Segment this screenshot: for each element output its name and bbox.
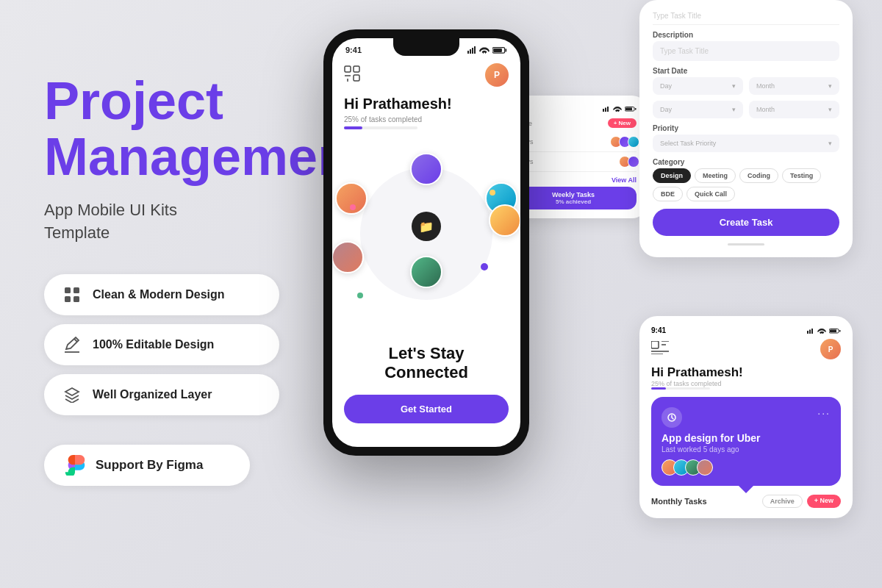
create-task-button[interactable]: Create Task xyxy=(653,209,839,236)
priority-field: Priority Select Task Priority ▾ xyxy=(653,124,839,152)
get-started-button[interactable]: Get Started xyxy=(344,395,509,423)
dash-header-left xyxy=(651,341,669,357)
category-chip-bde[interactable]: BDE xyxy=(653,187,683,201)
description-label: Description xyxy=(653,31,839,39)
monthly-tasks-label: Monthly Tasks xyxy=(651,497,707,506)
dash-header: P xyxy=(651,339,841,359)
category-chips: Design Meeting Coding Testing BDE Quick … xyxy=(653,168,839,201)
project-menu-dots[interactable]: ··· xyxy=(817,407,831,419)
dot-3 xyxy=(481,263,488,270)
monthly-actions: Archive + New xyxy=(762,495,841,508)
phone-frame: 9:41 xyxy=(323,29,529,456)
chevron-down-icon-5: ▾ xyxy=(828,140,832,147)
start-month-select[interactable]: Month ▾ xyxy=(749,77,839,95)
progress-fill xyxy=(344,126,362,129)
tiny-avatar-3 xyxy=(628,136,639,148)
feature-label-organized: Well Organized Layer xyxy=(93,388,212,401)
phone-content: P Hi Prathamesh! 25% of tasks completed xyxy=(332,57,520,146)
figma-label: Support By Figma xyxy=(96,458,203,473)
person-avatar-4 xyxy=(332,241,364,273)
svg-rect-29 xyxy=(651,341,659,348)
dot-4 xyxy=(357,293,363,298)
task-title-input-area: Type Task Title xyxy=(653,12,839,25)
feature-badge-clean: Clean & Modern Design xyxy=(44,274,279,315)
svg-rect-28 xyxy=(839,330,841,332)
phone-header: P xyxy=(344,63,509,87)
feature-label-clean: Clean & Modern Design xyxy=(93,288,225,301)
chevron-down-icon-4: ▾ xyxy=(828,106,832,113)
category-section: Category Design Meeting Coding Testing B… xyxy=(653,158,839,201)
phone-notch xyxy=(393,38,459,56)
lets-stay-title: Let's Stay Connected xyxy=(340,344,513,383)
priority-select[interactable]: Select Task Priority ▾ xyxy=(653,135,839,152)
end-day-placeholder: Day xyxy=(660,106,672,113)
figma-badge: Support By Figma xyxy=(44,445,250,486)
dash-status-time: 9:41 xyxy=(651,326,666,334)
dash-progress-bar xyxy=(651,387,710,390)
monthly-tasks-row: Monthly Tasks Archive + New xyxy=(651,495,841,508)
progress-bar xyxy=(344,126,417,129)
feature-badges: Clean & Modern Design 100% Editable Desi… xyxy=(44,274,353,415)
feature-label-editable: 100% Editable Design xyxy=(93,338,214,351)
subtitle-line1: App Mobile UI Kits xyxy=(44,201,177,219)
svg-rect-11 xyxy=(506,49,507,51)
greeting: Hi Prathamesh! xyxy=(344,96,509,112)
svg-rect-19 xyxy=(607,107,609,112)
archive-button[interactable]: Archive xyxy=(762,495,803,508)
category-label: Category xyxy=(653,158,839,166)
svg-rect-10 xyxy=(493,49,502,52)
progress-text: 25% of tasks completed xyxy=(344,115,509,123)
category-chip-design[interactable]: Design xyxy=(653,168,691,183)
svg-rect-5 xyxy=(467,51,469,54)
svg-rect-12 xyxy=(345,66,351,72)
svg-rect-16 xyxy=(354,75,359,81)
new-button[interactable]: + New xyxy=(807,495,841,508)
svg-rect-25 xyxy=(811,329,813,334)
task-avatars-1 xyxy=(610,136,637,148)
start-day-select[interactable]: Day ▾ xyxy=(653,77,743,95)
chevron-down-icon-2: ▾ xyxy=(828,82,832,90)
weekly-sub-label: 5% achieved xyxy=(517,198,629,205)
svg-rect-6 xyxy=(470,49,471,54)
person-avatar-1 xyxy=(410,153,442,185)
svg-rect-0 xyxy=(65,287,71,293)
svg-rect-17 xyxy=(603,109,604,112)
title-line1: Project xyxy=(44,71,223,130)
center-phone: 9:41 xyxy=(323,29,529,456)
subtitle-line2: Template xyxy=(44,223,110,242)
category-chip-quickcall[interactable]: Quick Call xyxy=(686,187,735,201)
category-chip-meeting[interactable]: Meeting xyxy=(695,168,736,183)
project-avatar-4 xyxy=(697,459,713,476)
end-date-field: Day ▾ Month ▾ xyxy=(653,101,839,118)
new-pill[interactable]: + New xyxy=(608,118,637,128)
dot-1 xyxy=(350,204,356,210)
chevron-down-icon-3: ▾ xyxy=(732,106,736,113)
edit-icon xyxy=(62,334,82,355)
svg-rect-8 xyxy=(474,46,476,54)
phone-screen: 9:41 xyxy=(332,38,520,447)
status-time: 9:41 xyxy=(345,46,362,54)
end-month-select[interactable]: Month ▾ xyxy=(749,101,839,118)
person-avatar-5 xyxy=(410,256,442,288)
dash-progress-text: 25% of tasks completed xyxy=(651,380,841,387)
app-grid-icon xyxy=(344,65,360,85)
project-avatars xyxy=(662,459,831,476)
category-chip-coding[interactable]: Coding xyxy=(739,168,778,183)
end-day-select[interactable]: Day ▾ xyxy=(653,101,743,118)
stay-connected: Let's Stay Connected xyxy=(332,337,520,387)
description-input[interactable]: Type Task Title xyxy=(653,41,839,61)
priority-label: Priority xyxy=(653,124,839,132)
svg-rect-2 xyxy=(65,296,71,302)
feature-badge-organized: Well Organized Layer xyxy=(44,374,279,415)
dashboard-card: 9:41 P Hi Prathamesh! 25% of tasks compl… xyxy=(639,316,853,518)
start-date-row: Day ▾ Month ▾ xyxy=(653,77,839,95)
task-title-placeholder: Type Task Title xyxy=(653,12,701,20)
svg-rect-22 xyxy=(635,108,637,110)
category-chip-testing[interactable]: Testing xyxy=(782,168,821,183)
chevron-down-icon: ▾ xyxy=(732,82,736,90)
start-date-label: Start Date xyxy=(653,67,839,75)
svg-rect-23 xyxy=(807,331,808,334)
svg-rect-13 xyxy=(354,66,359,72)
project-icon xyxy=(662,407,682,428)
project-card: ··· App design for Uber Last worked 5 da… xyxy=(651,397,841,486)
